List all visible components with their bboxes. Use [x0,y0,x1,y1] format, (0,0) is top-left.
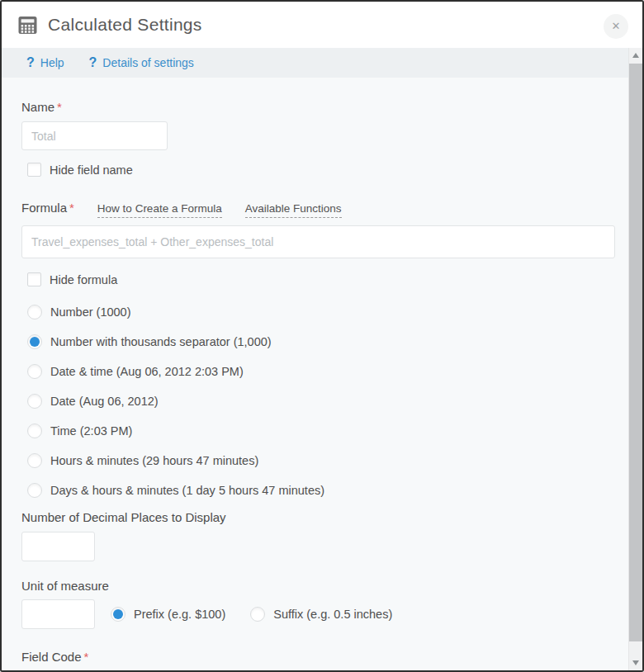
radio-icon [27,424,42,438]
unit-of-measure-input[interactable] [21,599,95,629]
field-code-row: Total [21,670,609,670]
required-mark: * [84,650,89,664]
unit-of-measure-row: Prefix (e.g. $100) Suffix (e.g. 0.5 inch… [21,599,609,629]
radio-icon [27,453,42,468]
details-of-settings-link[interactable]: ? Details of settings [89,55,194,70]
format-option-hours-minutes[interactable]: Hours & minutes (29 hours 47 minutes) [27,453,609,468]
close-icon: ✕ [612,20,621,32]
formula-label: Formula* [21,201,74,215]
format-option-date[interactable]: Date (Aug 06, 2012) [27,394,609,409]
calculated-settings-dialog: Calculated Settings ✕ ? Help ? Details o… [0,0,644,672]
hide-field-name-checkbox[interactable]: Hide field name [27,163,609,177]
radio-icon [27,364,42,379]
available-functions-link[interactable]: Available Functions [245,202,342,218]
arrow-up-icon [632,53,639,58]
scroll-down-button[interactable] [629,655,642,670]
dialog-title: Calculated Settings [48,15,202,35]
dialog-header: Calculated Settings ✕ [2,2,642,48]
required-mark: * [57,100,62,114]
radio-icon [250,607,265,622]
decimal-places-label: Number of Decimal Places to Display [21,510,609,524]
how-to-create-formula-link[interactable]: How to Create a Formula [97,202,222,218]
name-label: Name* [21,100,609,114]
decimal-places-input[interactable] [21,532,95,561]
help-bar: ? Help ? Details of settings [2,48,642,78]
format-option-days-hours-minutes[interactable]: Days & hours & minutes (1 day 5 hours 47… [27,483,609,498]
field-code-label: Field Code* [21,650,609,664]
help-link-label: Help [40,56,64,69]
unit-of-measure-label: Unit of measure [21,579,609,593]
format-option-date-time[interactable]: Date & time (Aug 06, 2012 2:03 PM) [27,364,609,379]
name-input[interactable] [21,121,168,150]
vertical-scrollbar [628,48,642,670]
checkbox-icon [27,272,41,286]
radio-icon [27,334,42,349]
question-icon: ? [89,55,97,70]
calculator-icon [18,16,37,35]
question-icon: ? [26,55,35,70]
format-option-number[interactable]: Number (1000) [27,305,609,319]
unit-option-prefix[interactable]: Prefix (e.g. $100) [111,607,225,622]
display-format-options: Number (1000) Number with thousands sepa… [21,305,609,498]
radio-icon [27,305,42,319]
settings-form: Name* Hide field name Formula* How to Cr… [2,78,642,670]
unit-option-suffix[interactable]: Suffix (e.g. 0.5 inches) [250,607,392,622]
edit-pencil-icon[interactable] [53,670,69,670]
hide-formula-checkbox[interactable]: Hide formula [27,272,609,286]
arrow-down-icon [632,660,639,665]
hide-formula-label: Hide formula [50,273,117,286]
help-link[interactable]: ? Help [26,55,64,70]
formula-label-row: Formula* How to Create a Formula Availab… [21,201,609,218]
format-option-time[interactable]: Time (2:03 PM) [27,424,609,438]
formula-input[interactable] [21,225,615,258]
checkbox-icon [27,163,41,177]
format-option-thousands-separator[interactable]: Number with thousands separator (1,000) [27,334,609,349]
hide-field-name-label: Hide field name [50,163,133,177]
radio-icon [111,607,125,622]
radio-icon [27,394,42,409]
close-button[interactable]: ✕ [604,14,628,39]
radio-icon [27,483,42,498]
details-link-label: Details of settings [102,56,194,69]
scroll-up-button[interactable] [629,48,642,62]
required-mark: * [69,201,74,215]
scrollbar-thumb[interactable] [629,64,642,641]
